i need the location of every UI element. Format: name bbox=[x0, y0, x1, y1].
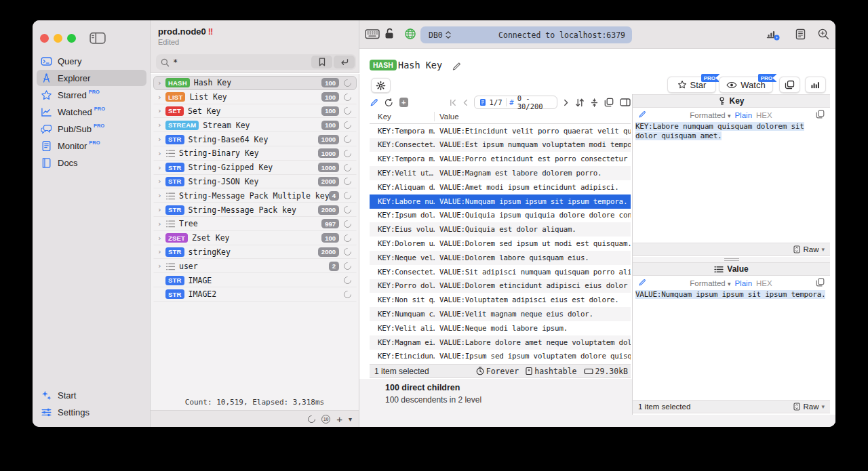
column-header-key[interactable]: Key bbox=[370, 112, 435, 121]
key-tree-row[interactable]: ›String-Binary Key1000 bbox=[153, 146, 357, 161]
key-content[interactable]: KEY:Labore numquam quisquam dolorem sit … bbox=[633, 121, 830, 243]
sidebar-toggle-icon[interactable] bbox=[90, 32, 106, 44]
search-zoom-icon[interactable] bbox=[818, 28, 829, 43]
table-row[interactable]: KEY:Tempora m…VALUE:Etincidunt velit por… bbox=[370, 124, 631, 138]
activity-chart-icon[interactable] bbox=[766, 29, 781, 43]
formatted-dropdown[interactable]: Formatted ▾ bbox=[690, 279, 730, 287]
plain-view-tab[interactable]: Plain bbox=[734, 111, 752, 119]
expand-chevron-icon[interactable]: › bbox=[157, 191, 165, 200]
table-row[interactable]: KEY:Velit ali…VALUE:Neque modi labore ip… bbox=[370, 321, 631, 335]
duplicate-view-button[interactable] bbox=[779, 77, 800, 93]
table-row[interactable]: KEY:Tempora m…VALUE:Porro etincidunt est… bbox=[370, 152, 631, 166]
table-row[interactable]: KEY:Eius volu…VALUE:Quiquia est dolor al… bbox=[370, 222, 631, 237]
sidebar-item-starred[interactable]: StarredPRO bbox=[37, 87, 146, 103]
refresh-key-icon[interactable] bbox=[342, 261, 353, 272]
auto-refresh-interval-icon[interactable]: 10 bbox=[321, 415, 330, 424]
globe-icon[interactable] bbox=[404, 28, 416, 43]
plain-view-tab[interactable]: Plain bbox=[734, 279, 752, 287]
search-input[interactable] bbox=[173, 58, 311, 67]
expand-chevron-icon[interactable]: › bbox=[157, 106, 165, 115]
edit-key-icon[interactable] bbox=[638, 110, 646, 120]
table-row[interactable]: KEY:Dolorem u…VALUE:Dolorem sed ipsum ut… bbox=[370, 237, 631, 251]
table-row[interactable]: KEY:Ipsum dol…VALUE:Quiquia ipsum quiqui… bbox=[370, 209, 631, 223]
refresh-key-icon[interactable] bbox=[342, 219, 353, 230]
key-tree-row[interactable]: ›STRString-JSON Key2000 bbox=[153, 175, 357, 189]
expand-chevron-icon[interactable]: › bbox=[157, 247, 165, 256]
expand-chevron-icon[interactable]: › bbox=[157, 234, 165, 243]
sidebar-item-settings[interactable]: Settings bbox=[37, 404, 146, 420]
key-tree-row[interactable]: ›LISTList Key100 bbox=[153, 90, 357, 104]
keyboard-icon[interactable] bbox=[365, 29, 380, 42]
add-field-button[interactable]: + bbox=[399, 98, 408, 107]
key-tree-row[interactable]: ›STREAMStream Key100 bbox=[153, 118, 357, 132]
edit-value-icon[interactable] bbox=[638, 279, 646, 288]
refresh-key-icon[interactable] bbox=[342, 247, 353, 258]
watch-button[interactable]: Watch PRO bbox=[719, 77, 773, 93]
key-tree-row[interactable]: ›ZSETZset Key100 bbox=[153, 231, 357, 245]
key-tree-row[interactable]: ›Tree997 bbox=[153, 217, 357, 231]
key-tree-row[interactable]: ›STRstringKey2000 bbox=[153, 245, 357, 260]
key-tree-row[interactable]: ›String-Message Pack Multiple key4 bbox=[153, 188, 357, 203]
submit-search-button[interactable] bbox=[334, 56, 355, 68]
minimize-window-button[interactable] bbox=[54, 34, 62, 43]
zoom-window-button[interactable] bbox=[67, 34, 76, 43]
formatted-dropdown[interactable]: Formatted ▾ bbox=[690, 111, 730, 119]
key-tree-row[interactable]: STRIMAGE2 bbox=[153, 287, 357, 302]
db-selector[interactable]: DB0 bbox=[429, 30, 443, 40]
expand-chevron-icon[interactable]: › bbox=[157, 135, 165, 144]
close-window-button[interactable] bbox=[40, 34, 49, 43]
key-tree-row[interactable]: ›SETSet Key100 bbox=[153, 104, 357, 119]
refresh-key-icon[interactable] bbox=[342, 162, 353, 173]
copy-key-icon[interactable] bbox=[816, 110, 825, 120]
refresh-key-icon[interactable] bbox=[342, 91, 353, 102]
report-doc-icon[interactable] bbox=[795, 28, 806, 43]
copy-rows-icon[interactable] bbox=[604, 98, 614, 107]
refresh-key-icon[interactable] bbox=[342, 190, 353, 201]
table-row[interactable]: KEY:Consectet…VALUE:Est ipsum numquam vo… bbox=[370, 138, 631, 152]
refresh-key-icon[interactable] bbox=[342, 78, 353, 89]
sidebar-item-monitor[interactable]: MonitorPRO bbox=[37, 138, 146, 154]
table-row[interactable]: KEY:Labore nu…VALUE:Numquam ipsum ipsum … bbox=[370, 194, 631, 209]
expand-chevron-icon[interactable]: › bbox=[157, 177, 165, 186]
refresh-key-icon[interactable] bbox=[342, 289, 353, 300]
toggle-inspector-icon[interactable] bbox=[620, 98, 631, 106]
connection-status-pill[interactable]: DB0 Connected to localhost:6379 bbox=[420, 26, 632, 43]
column-header-value[interactable]: Value bbox=[435, 112, 459, 121]
table-row[interactable]: KEY:Magnam ei…VALUE:Labore dolore amet n… bbox=[370, 335, 631, 350]
pagination-pill[interactable]: 1/7 # 0 - 30/200 bbox=[474, 96, 557, 109]
table-row[interactable]: KEY:Aliquam d…VALUE:Amet modi ipsum etin… bbox=[370, 180, 631, 194]
key-settings-button[interactable] bbox=[371, 78, 391, 93]
key-tree-row[interactable]: ›HASHHash Key100 bbox=[153, 76, 357, 90]
table-row[interactable]: KEY:Porro dol…VALUE:Dolorem etincidunt a… bbox=[370, 279, 631, 293]
bookmark-filter-button[interactable] bbox=[311, 56, 332, 68]
key-tree-row[interactable]: ›STRString-Gzipped Key1000 bbox=[153, 161, 357, 175]
value-raw-dropdown[interactable]: Raw▾ bbox=[793, 403, 825, 411]
expand-chevron-icon[interactable]: › bbox=[157, 93, 165, 102]
table-row[interactable]: KEY:Non sit q…VALUE:Voluptatem adipisci … bbox=[370, 293, 631, 307]
key-tree-row[interactable]: ›user2 bbox=[153, 259, 357, 273]
star-button[interactable]: Star PRO bbox=[667, 77, 716, 93]
sidebar-item-start[interactable]: Start bbox=[37, 387, 146, 403]
first-page-icon[interactable] bbox=[450, 99, 456, 106]
prev-page-icon[interactable] bbox=[462, 99, 468, 106]
refresh-key-icon[interactable] bbox=[342, 176, 353, 187]
reload-icon[interactable] bbox=[384, 98, 393, 107]
table-row[interactable]: KEY:Numquam c…VALUE:Velit magnam neque e… bbox=[370, 307, 631, 321]
expand-chevron-icon[interactable]: › bbox=[157, 163, 165, 172]
rename-key-icon[interactable] bbox=[452, 61, 462, 73]
panel-splitter[interactable] bbox=[633, 257, 830, 262]
hex-view-tab[interactable]: HEX bbox=[756, 111, 772, 119]
value-content[interactable]: VALUE:Numquam ipsum ipsum sit ipsum temp… bbox=[633, 289, 830, 400]
chevron-down-icon[interactable]: ▾ bbox=[349, 415, 352, 423]
refresh-key-icon[interactable] bbox=[342, 106, 353, 117]
key-tree-row[interactable]: ›STRString-Base64 Key1000 bbox=[153, 132, 357, 146]
refresh-key-icon[interactable] bbox=[342, 205, 353, 216]
expand-chevron-icon[interactable]: › bbox=[157, 262, 165, 270]
scroll-to-selection-icon[interactable] bbox=[591, 98, 598, 107]
refresh-keys-icon[interactable] bbox=[307, 413, 317, 424]
key-raw-dropdown[interactable]: Raw▾ bbox=[793, 245, 825, 253]
table-row[interactable]: KEY:Velit ut…VALUE:Magnam est labore dol… bbox=[370, 166, 631, 180]
sidebar-item-watched[interactable]: WatchedPRO bbox=[37, 104, 146, 120]
sidebar-item-docs[interactable]: Docs bbox=[37, 155, 146, 171]
key-tree-row[interactable]: STRIMAGE bbox=[153, 273, 357, 287]
